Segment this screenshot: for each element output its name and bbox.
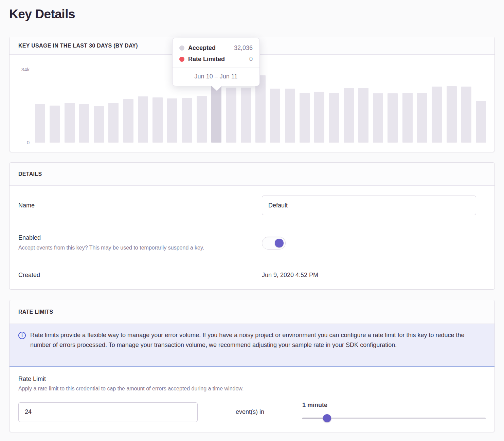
chart-bar[interactable]	[108, 103, 119, 143]
chart-bar[interactable]	[358, 88, 368, 143]
info-icon: i	[18, 332, 26, 339]
chart-bar[interactable]	[344, 88, 354, 143]
created-label: Created	[18, 272, 262, 279]
rate-limit-label: Rate Limit	[18, 375, 486, 383]
chart-bar[interactable]	[182, 98, 192, 143]
chart-bar[interactable]	[65, 103, 75, 143]
chart-bar[interactable]	[35, 104, 45, 143]
slider-knob[interactable]	[323, 414, 331, 422]
chart-bar[interactable]	[226, 88, 236, 143]
rate-limit-window-slider[interactable]	[302, 414, 486, 422]
rate-limit-help-text: Apply a rate limit to this credential to…	[18, 386, 486, 392]
tooltip-row-accepted: Accepted 32,036	[179, 42, 253, 54]
created-row: Created Jun 9, 2020 4:52 PM	[10, 261, 494, 289]
name-input[interactable]	[262, 196, 476, 215]
chart-bar[interactable]	[285, 89, 295, 143]
rate-limit-row: Rate Limit Apply a rate limit to this cr…	[10, 367, 494, 432]
rate-limits-panel-title: RATE LIMITS	[18, 309, 53, 315]
chart-bar[interactable]	[373, 93, 383, 143]
chart-bar[interactable]	[79, 104, 89, 143]
chart-bar[interactable]	[447, 86, 457, 143]
chart-bar[interactable]	[167, 98, 177, 143]
chart-bar[interactable]	[241, 88, 251, 143]
key-usage-panel: KEY USAGE IN THE LAST 30 DAYS (BY DAY) 3…	[9, 37, 495, 152]
chart-bar[interactable]	[123, 99, 133, 143]
accepted-dot-icon	[179, 45, 184, 51]
chart-bar[interactable]	[270, 89, 280, 143]
rate-limited-dot-icon	[179, 57, 184, 62]
rate-limits-panel-header: RATE LIMITS	[10, 300, 494, 324]
rate-limit-count-input[interactable]	[18, 402, 198, 422]
details-panel-title: DETAILS	[18, 171, 42, 177]
tooltip-accepted-label: Accepted	[188, 44, 216, 52]
chart-bar[interactable]	[94, 106, 104, 143]
tooltip-rows: Accepted 32,036 Rate Limited 0	[173, 38, 259, 68]
tooltip-date-range: Jun 10 – Jun 11	[173, 68, 259, 86]
tooltip-row-rate-limited: Rate Limited 0	[179, 54, 253, 65]
chart-bar[interactable]	[300, 93, 310, 143]
tooltip-pointer-fill	[211, 86, 222, 91]
chart-bar[interactable]	[152, 97, 163, 143]
created-value: Jun 9, 2020 4:52 PM	[262, 272, 486, 279]
name-control-cell	[262, 196, 486, 215]
enabled-row: Enabled Accept events from this key? Thi…	[10, 225, 494, 261]
chart-bar[interactable]	[432, 87, 442, 143]
tooltip-rate-limited-value: 0	[249, 56, 253, 63]
events-in-text: event(s) in	[236, 408, 264, 416]
toggle-knob	[275, 239, 284, 247]
enabled-control-cell	[262, 237, 486, 250]
enabled-label-block: Enabled Accept events from this key? Thi…	[18, 234, 262, 252]
chart-bar[interactable]	[388, 93, 398, 143]
details-panel: DETAILS Name Enabled Accept events from …	[9, 162, 495, 290]
chart-bar[interactable]	[314, 92, 324, 143]
key-usage-panel-title: KEY USAGE IN THE LAST 30 DAYS (BY DAY)	[18, 43, 138, 49]
chart-bar[interactable]	[461, 87, 471, 143]
enabled-label: Enabled	[18, 234, 262, 241]
chart-bar[interactable]	[50, 106, 60, 143]
rate-limit-controls: event(s) in 1 minute	[18, 402, 486, 422]
tooltip-rate-limited-label: Rate Limited	[188, 56, 225, 63]
chart-bar[interactable]	[417, 93, 427, 143]
chart-bar[interactable]	[138, 96, 148, 143]
name-row: Name	[10, 186, 494, 225]
chart-tooltip: Accepted 32,036 Rate Limited 0 Jun 10 – …	[172, 38, 260, 86]
key-details-page: Key Details KEY USAGE IN THE LAST 30 DAY…	[0, 0, 504, 441]
rate-limit-window-slider-group: 1 minute	[302, 402, 486, 422]
rate-limits-panel: RATE LIMITS i Rate limits provide a flex…	[9, 300, 495, 432]
chart-bar[interactable]	[402, 93, 413, 143]
y-axis-max-label: 34k	[10, 67, 30, 72]
rate-limits-info-alert: i Rate limits provide a flexible way to …	[10, 324, 494, 367]
rate-limits-alert-text: Rate limits provide a flexible way to ma…	[30, 330, 486, 366]
chart-bar[interactable]	[197, 96, 207, 143]
tooltip-accepted-value: 32,036	[234, 44, 253, 52]
slider-window-label: 1 minute	[302, 402, 486, 409]
chart-bar[interactable]	[476, 101, 486, 143]
details-panel-header: DETAILS	[10, 163, 494, 186]
name-label: Name	[18, 202, 262, 209]
enabled-help-text: Accept events from this key? This may be…	[18, 244, 262, 252]
y-axis-min-label: 0	[10, 140, 30, 145]
page-title: Key Details	[9, 7, 495, 22]
enabled-toggle[interactable]	[262, 237, 286, 250]
chart-bar[interactable]	[329, 93, 339, 143]
